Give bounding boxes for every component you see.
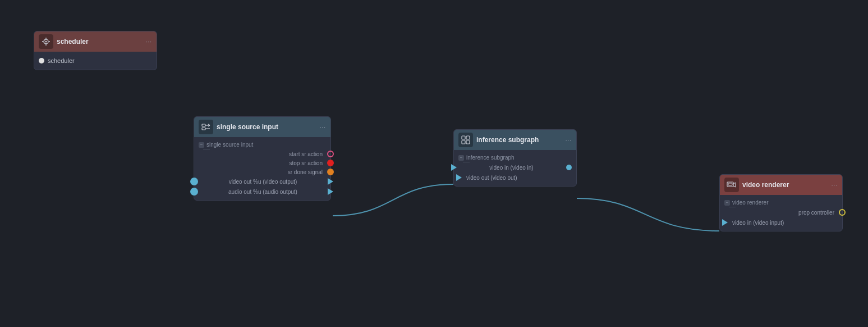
isg-port-video-out-arrow[interactable] <box>456 174 462 181</box>
ssi-title: single source input <box>217 123 278 131</box>
isg-port-video-out-label: video out (video out) <box>462 175 522 181</box>
vr-collapse[interactable]: − <box>724 200 730 206</box>
isg-port-video-in-label: video in (video in) <box>485 165 538 171</box>
isg-section-label: − inference subgraph <box>454 153 576 162</box>
isg-port-video-in: video in (video in) <box>454 162 576 172</box>
vr-port-prop-dot[interactable] <box>839 209 846 216</box>
svg-rect-15 <box>466 140 470 144</box>
vr-port-video-in-label: video in (video input) <box>728 220 788 226</box>
isg-port-video-in-arrow[interactable] <box>451 164 457 171</box>
vr-port-prop-label: prop controller <box>794 210 839 216</box>
isg-header: inference subgraph ··· <box>454 130 576 150</box>
isg-icon <box>458 133 473 147</box>
ssi-port-sr-done-label: sr done signal <box>283 169 327 175</box>
ssi-port-video-out: video out %u (video output) <box>194 176 330 187</box>
scheduler-output: scheduler <box>34 55 157 66</box>
scheduler-dots[interactable]: ··· <box>146 39 152 45</box>
ssi-port-sr-done: sr done signal <box>194 167 330 176</box>
vr-title: video renderer <box>742 181 789 189</box>
vr-port-prop-controller: prop controller <box>720 207 842 217</box>
ssi-dots[interactable]: ··· <box>320 124 326 130</box>
ssi-port-sr-done-dot[interactable] <box>327 169 334 175</box>
isg-port-video-out: video out (video out) <box>454 172 576 183</box>
isg-collapse[interactable]: − <box>458 155 464 161</box>
svg-rect-17 <box>728 183 732 185</box>
svg-rect-12 <box>462 136 465 139</box>
scheduler-body: scheduler <box>34 52 157 70</box>
ssi-body: − single source input start sr action st… <box>194 137 330 200</box>
vr-body: − video renderer prop controller video i… <box>720 195 842 231</box>
scheduler-header: scheduler ··· <box>34 31 157 52</box>
vr-section-text: video renderer <box>732 199 768 206</box>
ssi-section-text: single source input <box>206 142 253 148</box>
ssi-port-audio-out-left-dot[interactable] <box>190 188 198 196</box>
svg-point-1 <box>45 41 47 43</box>
isg-dots[interactable]: ··· <box>566 137 572 143</box>
isg-port-video-in-right-dot <box>566 165 572 170</box>
ssi-section-label: − single source input <box>194 140 330 149</box>
ssi-port-audio-out-label: audio out %u (audio output) <box>224 189 302 195</box>
single-source-input-node: single source input ··· − single source … <box>194 116 331 201</box>
vr-dots[interactable]: ··· <box>832 182 838 188</box>
ssi-port-start-sr-label: start sr action <box>284 151 327 157</box>
video-renderer-node: video renderer ··· − video renderer prop… <box>719 174 843 231</box>
isg-title: inference subgraph <box>476 136 539 144</box>
ssi-header: single source input ··· <box>194 117 330 137</box>
ssi-icon <box>199 120 213 134</box>
ssi-collapse[interactable]: − <box>199 142 204 148</box>
ssi-port-stop-sr-label: stop sr action <box>285 160 327 166</box>
svg-rect-14 <box>462 140 465 144</box>
ssi-port-video-out-left-dot[interactable] <box>190 178 198 185</box>
svg-rect-6 <box>202 124 205 126</box>
ssi-port-start-sr: start sr action <box>194 149 330 158</box>
vr-header: video renderer ··· <box>720 175 842 195</box>
ssi-port-video-out-arrow[interactable] <box>328 178 333 185</box>
isg-section-text: inference subgraph <box>466 155 515 161</box>
ssi-port-stop-sr: stop sr action <box>194 158 330 167</box>
scheduler-icon <box>39 34 53 49</box>
vr-icon <box>724 178 739 192</box>
inference-subgraph-node: inference subgraph ··· − inference subgr… <box>453 129 577 187</box>
scheduler-output-label: scheduler <box>48 57 75 64</box>
vr-port-video-in: video in (video input) <box>720 217 842 228</box>
ssi-port-audio-out: audio out %u (audio output) <box>194 187 330 197</box>
vr-port-video-in-arrow[interactable] <box>722 219 728 226</box>
svg-rect-7 <box>202 128 205 130</box>
ssi-port-audio-out-arrow[interactable] <box>328 188 333 195</box>
ssi-port-stop-sr-dot[interactable] <box>327 160 334 166</box>
isg-body: − inference subgraph video in (video in)… <box>454 150 576 186</box>
svg-rect-13 <box>466 136 470 139</box>
scheduler-title: scheduler <box>57 38 89 46</box>
ssi-port-start-sr-dot[interactable] <box>327 151 334 157</box>
scheduler-node: scheduler ··· scheduler <box>34 31 157 70</box>
ssi-port-video-out-label: video out %u (video output) <box>224 179 302 185</box>
scheduler-output-dot <box>39 58 44 63</box>
vr-section-label: − video renderer <box>720 198 842 207</box>
